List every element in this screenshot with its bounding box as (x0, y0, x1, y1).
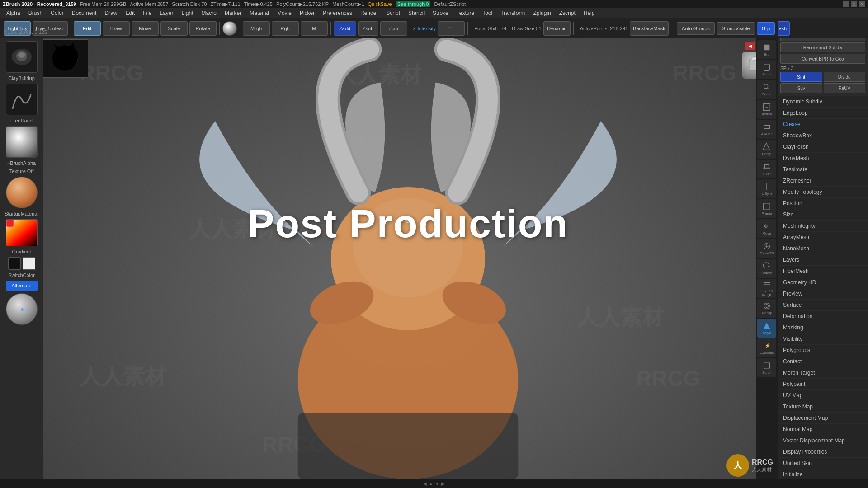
menu-item-color[interactable]: Color (47, 9, 67, 17)
maximize-btn[interactable]: □ (851, 1, 857, 7)
tool-item-zremesher[interactable]: ZRemesher (778, 175, 868, 187)
quicksave-btn[interactable]: QuickSave (368, 1, 392, 7)
tool-item-layers[interactable]: Layers (778, 254, 868, 266)
viewport[interactable]: RRCG 人人素材 RRCG 人人素材 RRCG 人人素材 人人素材 RRCG (43, 38, 773, 479)
mrgb-btn[interactable]: Mrgb (243, 21, 270, 36)
tool-item-dynamic-subdiv[interactable]: Dynamic Subdiv (778, 96, 868, 108)
side-icon-rotate[interactable]: Rotate (757, 259, 776, 278)
group-visible-btn[interactable]: GroupVisible (717, 22, 755, 35)
tool-item-unified-skin[interactable]: Unified Skin (778, 458, 868, 469)
rgb-btn[interactable]: Rgb (272, 21, 299, 36)
reconstruct-subdiv-btn[interactable]: Reconstruct Subdiv (780, 42, 865, 52)
menu-item-stencil[interactable]: Stencil (405, 9, 428, 17)
side-icon-actual[interactable]: Actual (757, 100, 776, 119)
close-btn[interactable]: ✕ (859, 1, 865, 7)
menu-item-light[interactable]: Light (178, 9, 197, 17)
side-icon-zoomsd[interactable]: ZoomSD (757, 239, 776, 258)
tool-item-visibility[interactable]: Visibility (778, 333, 868, 345)
menu-item-texture[interactable]: Texture (453, 9, 478, 17)
tool-item-initialize[interactable]: Initialize (778, 469, 868, 479)
tool-item-preview[interactable]: Preview (778, 288, 868, 300)
nav-right[interactable]: ▶ (441, 481, 445, 486)
menu-item-marker[interactable]: Marker (221, 9, 245, 17)
menu-item-alpha[interactable]: Alpha (3, 9, 24, 17)
m-btn[interactable]: M (301, 21, 328, 36)
nav-left[interactable]: ◀ (423, 481, 427, 486)
tool-item-displacement-map[interactable]: Displacement Map (778, 413, 868, 424)
tool-item-polygroups[interactable]: Polygroups (778, 345, 868, 356)
tool-item-tessimate[interactable]: Tessimate (778, 164, 868, 175)
color-picker[interactable] (6, 219, 38, 246)
minimize-btn[interactable]: — (843, 1, 849, 7)
tool-item-position[interactable]: Position (778, 198, 868, 209)
nav-down[interactable]: ▼ (435, 481, 439, 486)
side-icon-frame[interactable]: Frame (757, 199, 776, 218)
side-icon-line-fill-polyf[interactable]: Line Fill PolyF (757, 279, 776, 298)
nav-up[interactable]: ▲ (429, 481, 433, 486)
tool-item-contact[interactable]: Contact (778, 356, 868, 367)
tool-item-meshintegrity[interactable]: MeshIntegrity (778, 221, 868, 232)
auto-groups-btn[interactable]: Auto Groups (677, 22, 715, 35)
backface-mask-btn[interactable]: BackfaceMask (630, 21, 669, 36)
z-intensity-value[interactable]: 14 (438, 21, 465, 36)
menu-item-stroke[interactable]: Stroke (429, 9, 452, 17)
side-icon-dynamic[interactable]: ⚡Dynamic (757, 338, 776, 357)
menu-item-script[interactable]: Script (382, 9, 404, 17)
menu-item-picker[interactable]: Picker (296, 9, 318, 17)
tool-item-morph-target[interactable]: Morph Target (778, 367, 868, 379)
tool-item-geometry-hd[interactable]: Geometry HD (778, 277, 868, 288)
menu-item-movie[interactable]: Movie (274, 9, 295, 17)
side-icon-persp[interactable]: Persp (757, 140, 776, 159)
side-icon-scroll[interactable]: Scroll (757, 60, 776, 79)
suv-btn[interactable]: Suv (780, 83, 822, 93)
edit-btn[interactable]: Edit (74, 21, 101, 36)
menu-item-layer[interactable]: Layer (156, 9, 177, 17)
zadd-btn[interactable]: Zadd (334, 21, 356, 36)
tool-item-deformation[interactable]: Deformation (778, 311, 868, 322)
reuv-btn[interactable]: ReUV (824, 83, 866, 93)
tool-item-fibermesh[interactable]: FiberMesh (778, 266, 868, 277)
side-icon-zoom[interactable]: Zoom (757, 80, 776, 99)
draw-btn[interactable]: Draw (103, 21, 130, 36)
menu-item-file[interactable]: File (139, 9, 155, 17)
side-icon-cvyz[interactable]: Cvyz (757, 319, 776, 338)
brush-thumbnail[interactable] (43, 39, 88, 78)
clay-buildup-brush[interactable] (6, 41, 38, 73)
startup-material-sphere[interactable] (6, 177, 38, 208)
menu-item-transform[interactable]: Transform (497, 9, 528, 17)
side-icon-floor[interactable]: Floor (757, 160, 776, 178)
nav-red-btn[interactable]: ◀ (745, 42, 755, 50)
menu-item-brush[interactable]: Brush (25, 9, 46, 17)
move-btn[interactable]: Move (132, 21, 159, 36)
menu-item-tool[interactable]: Tool (479, 9, 496, 17)
side-icon-aahalf[interactable]: AAHalf (757, 120, 776, 139)
tool-item-polypaint[interactable]: Polypaint (778, 379, 868, 390)
tool-item-arraymesh[interactable]: ArrayMesh (778, 232, 868, 243)
tool-item-edgeloop[interactable]: EdgeLoop (778, 108, 868, 119)
tool-item-vector-displacement-map[interactable]: Vector Displacement Map (778, 435, 868, 446)
menu-item-zplugin[interactable]: Zplugin (529, 9, 554, 17)
divide-btn[interactable]: Divide (824, 72, 866, 82)
side-icon-l-sym[interactable]: LL Sym (757, 179, 776, 198)
tool-item-dynamesh[interactable]: DynaMesh (778, 153, 868, 164)
rotate-btn[interactable]: Rotate (189, 21, 217, 36)
menu-item-help[interactable]: Help (580, 9, 599, 17)
tool-item-texture-map[interactable]: Texture Map (778, 401, 868, 413)
freehand-brush[interactable] (6, 84, 38, 115)
menu-item-material[interactable]: Material (246, 9, 273, 17)
side-icon-move[interactable]: ✥Move (757, 219, 776, 238)
tool-item-masking[interactable]: Masking (778, 322, 868, 333)
brush-alpha[interactable] (6, 126, 38, 158)
menu-item-zscript[interactable]: Zscript (556, 9, 579, 17)
floor-sphere[interactable] (6, 293, 38, 325)
alternate-btn[interactable]: Alternate (6, 281, 38, 291)
swatch-white[interactable] (23, 257, 35, 270)
menu-item-macro[interactable]: Macro (198, 9, 220, 17)
grp-btn[interactable]: Grp (757, 22, 775, 35)
side-icon-brp[interactable]: Brp (757, 40, 776, 59)
menu-item-edit[interactable]: Edit (122, 9, 138, 17)
tool-item-uv-map[interactable]: UV Map (778, 390, 868, 401)
menu-item-render[interactable]: Render (357, 9, 382, 17)
tool-item-surface[interactable]: Surface (778, 300, 868, 311)
tool-item-claypolish[interactable]: ClayPolish (778, 141, 868, 153)
